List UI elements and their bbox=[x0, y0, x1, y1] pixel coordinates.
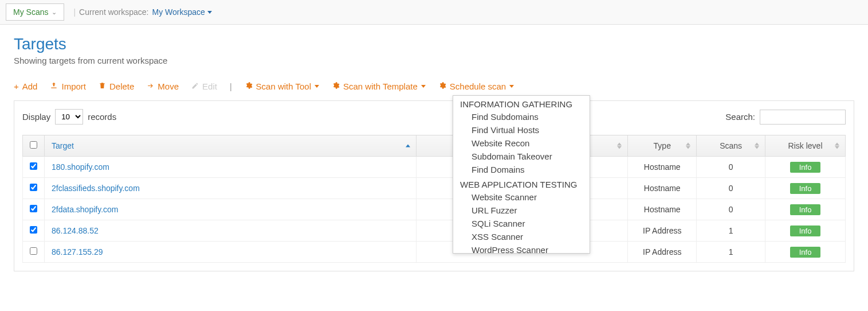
search-input[interactable] bbox=[760, 110, 846, 125]
sort-asc-icon bbox=[755, 143, 759, 146]
select-all-checkbox[interactable] bbox=[30, 141, 37, 149]
caret-down-icon bbox=[509, 85, 514, 88]
scan-template-label: Scan with Template bbox=[343, 81, 418, 91]
target-link[interactable]: 86.124.88.52 bbox=[52, 226, 99, 235]
caret-down-icon bbox=[207, 11, 212, 14]
upload-icon bbox=[50, 81, 58, 91]
workspace-dropdown[interactable]: My Workspace bbox=[152, 7, 212, 17]
dropdown-item[interactable]: WordPress Scanner bbox=[453, 243, 590, 254]
dropdown-item[interactable]: XSS Scanner bbox=[453, 230, 590, 243]
dropdown-group-header: INFORMATION GATHERING bbox=[453, 96, 590, 110]
scan-template-dropdown[interactable]: Scan with Template bbox=[332, 81, 426, 91]
trash-icon bbox=[99, 81, 106, 91]
scans-cell: 1 bbox=[697, 242, 765, 263]
table-header-row: Target Type bbox=[23, 135, 846, 157]
caret-down-icon bbox=[315, 85, 319, 88]
target-header[interactable]: Target bbox=[45, 135, 417, 157]
target-link[interactable]: 2fclassifieds.shopify.com bbox=[52, 184, 140, 193]
workspace-indicator: | Current workspace: My Workspace bbox=[73, 7, 211, 17]
schedule-scan-dropdown[interactable]: Schedule scan bbox=[438, 81, 514, 91]
dropdown-item[interactable]: Website Scanner bbox=[453, 191, 590, 204]
gear-icon bbox=[332, 81, 340, 91]
table-row: 180.shopify.com Hostname 0 Info bbox=[23, 157, 846, 178]
my-scans-dropdown[interactable]: My Scans ⌄ bbox=[6, 3, 64, 21]
type-header[interactable]: Type bbox=[628, 135, 697, 157]
display-label: Display bbox=[22, 112, 50, 122]
row-checkbox[interactable] bbox=[30, 184, 37, 191]
sort-desc-icon bbox=[755, 146, 759, 149]
risk-badge[interactable]: Info bbox=[790, 247, 821, 258]
dropdown-group-header: WEB APPLICATION TESTING bbox=[453, 176, 590, 191]
targets-table: Target Type bbox=[22, 135, 846, 263]
sort-asc-icon bbox=[686, 143, 690, 146]
row-checkbox[interactable] bbox=[30, 162, 37, 170]
sort-asc-icon bbox=[617, 143, 622, 146]
scans-cell: 0 bbox=[697, 157, 765, 178]
pencil-icon bbox=[191, 81, 199, 91]
sort-indicator bbox=[835, 143, 839, 149]
action-bar: + Add Import Delete Move Edit bbox=[14, 81, 854, 91]
dropdown-item[interactable]: URL Fuzzer bbox=[453, 204, 590, 217]
type-cell: IP Address bbox=[628, 242, 697, 263]
type-cell: Hostname bbox=[628, 199, 697, 220]
gear-icon bbox=[245, 81, 253, 91]
target-link[interactable]: 2fdata.shopify.com bbox=[52, 205, 118, 214]
dropdown-item[interactable]: Find Virtual Hosts bbox=[453, 123, 590, 137]
arrow-right-icon bbox=[147, 81, 154, 91]
risk-badge[interactable]: Info bbox=[790, 226, 821, 236]
dropdown-item[interactable]: Find Domains bbox=[453, 163, 590, 176]
sort-desc-icon bbox=[617, 146, 622, 149]
target-link[interactable]: 180.shopify.com bbox=[52, 162, 109, 172]
dropdown-item[interactable]: Website Recon bbox=[453, 137, 590, 150]
scans-cell: 0 bbox=[697, 199, 765, 220]
sort-desc-icon bbox=[686, 146, 690, 149]
search-control: Search: bbox=[725, 110, 846, 125]
risk-badge[interactable]: Info bbox=[790, 204, 821, 215]
scan-tool-label: Scan with Tool bbox=[256, 81, 311, 91]
select-all-header[interactable] bbox=[23, 135, 45, 157]
add-button[interactable]: + Add bbox=[14, 81, 37, 91]
risk-badge[interactable]: Info bbox=[790, 183, 821, 194]
edit-button: Edit bbox=[191, 81, 217, 91]
scans-header-label: Scans bbox=[720, 141, 742, 150]
dropdown-item[interactable]: Subdomain Takeover bbox=[453, 150, 590, 163]
action-separator: | bbox=[230, 82, 232, 91]
dropdown-item[interactable]: SQLi Scanner bbox=[453, 217, 590, 230]
scans-cell: 0 bbox=[697, 178, 765, 199]
move-label: Move bbox=[158, 81, 179, 91]
plus-icon: + bbox=[14, 81, 19, 91]
move-button[interactable]: Move bbox=[147, 81, 179, 91]
records-label: records bbox=[88, 112, 116, 122]
table-row: 2fclassifieds.shopify.com Hostname 0 Inf… bbox=[23, 178, 846, 199]
display-control: Display 10 records bbox=[22, 109, 116, 125]
top-bar: My Scans ⌄ | Current workspace: My Works… bbox=[0, 0, 868, 25]
table-row: 86.124.88.52 IP Address 1 Info bbox=[23, 220, 846, 242]
risk-header[interactable]: Risk level bbox=[765, 135, 846, 157]
row-checkbox[interactable] bbox=[30, 247, 37, 255]
risk-header-label: Risk level bbox=[788, 141, 823, 150]
target-link[interactable]: 86.127.155.29 bbox=[52, 247, 103, 256]
risk-badge[interactable]: Info bbox=[790, 162, 821, 173]
type-cell: Hostname bbox=[628, 157, 697, 178]
my-scans-label: My Scans bbox=[13, 7, 48, 17]
caret-down-icon bbox=[421, 85, 426, 88]
target-header-label: Target bbox=[52, 141, 74, 150]
page-size-select[interactable]: 10 bbox=[55, 109, 83, 125]
scan-template-menu[interactable]: INFORMATION GATHERINGFind SubdomainsFind… bbox=[453, 95, 590, 254]
scans-header[interactable]: Scans bbox=[697, 135, 765, 157]
page-title: Targets bbox=[14, 35, 854, 53]
import-button[interactable]: Import bbox=[50, 81, 86, 91]
type-header-label: Type bbox=[654, 141, 671, 150]
delete-button[interactable]: Delete bbox=[99, 81, 134, 91]
workspace-name: My Workspace bbox=[152, 7, 205, 17]
dropdown-item[interactable]: Find Subdomains bbox=[453, 110, 590, 123]
table-row: 86.127.155.29 IP Address 1 Info bbox=[23, 242, 846, 263]
sort-asc-icon bbox=[406, 145, 410, 147]
sort-indicator bbox=[617, 143, 622, 149]
table-controls: Display 10 records Search: bbox=[22, 109, 846, 125]
row-checkbox[interactable] bbox=[30, 226, 37, 234]
scans-cell: 1 bbox=[697, 220, 765, 242]
scan-tool-dropdown[interactable]: Scan with Tool bbox=[245, 81, 319, 91]
row-checkbox[interactable] bbox=[30, 205, 37, 212]
chevron-down-icon: ⌄ bbox=[52, 9, 57, 16]
